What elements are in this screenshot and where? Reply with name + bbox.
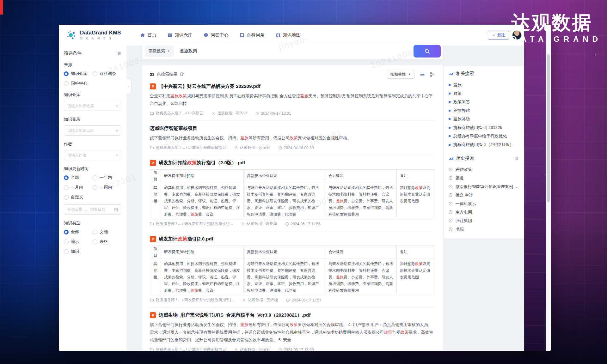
radio-type-slides[interactable]: 演示 — [64, 239, 93, 245]
result-meta: 财税机器人组 / ... / 迈威医疗智能审核项目 达观数据 · 苏振羽 202… — [150, 347, 435, 351]
graph-view-icon[interactable] — [430, 72, 435, 77]
chat-icon — [204, 33, 208, 38]
nav-item-label: 问答中心 — [211, 32, 228, 38]
search-button[interactable] — [414, 45, 441, 58]
history-search-item[interactable]: 张江集团 — [449, 216, 519, 225]
folder-icon — [150, 298, 154, 302]
radio-source-repo[interactable]: 知识仓库 — [64, 71, 93, 76]
related-search-item[interactable]: 差旅 — [449, 81, 519, 89]
clear-history-icon[interactable] — [515, 156, 519, 161]
history-search-item[interactable]: 微众 审计 — [449, 191, 519, 199]
nav-menu: 首页 知识仓库 问答中心 百科词条 知识地图 — [140, 32, 300, 38]
grid-cross: + — [545, 172, 548, 177]
radio-time-all[interactable]: 全部 — [64, 175, 93, 180]
pdf-file-icon: P — [150, 236, 156, 242]
sidebar-collapse-handle[interactable]: ‹ — [126, 79, 131, 94]
new-button[interactable]: ＋新建 — [488, 31, 509, 39]
radio-type-sheet[interactable]: 表格 — [93, 239, 121, 245]
radio-source-wiki[interactable]: 百科词条 — [93, 71, 121, 76]
related-search-item[interactable]: 政策问答 — [449, 98, 519, 106]
catalog-select[interactable]: 请输入知识目录 ∨ — [64, 125, 121, 136]
clear-filters-icon[interactable] — [117, 51, 121, 56]
result-title[interactable]: 迈威医疗智能审核项目 — [150, 125, 435, 131]
result-title[interactable]: P 研发加计政策指引|2.0.pdf — [150, 236, 435, 242]
sort-select[interactable]: 按相关性 ▼ — [387, 70, 414, 79]
bullet-icon — [449, 110, 451, 112]
radio-label: 演示 — [71, 239, 79, 245]
repo-placeholder: 请输入知识仓库 — [67, 103, 116, 109]
type-options: 全部 文档 演示 表格 知识 — [64, 229, 121, 254]
radio-type-knowledge[interactable]: 知识 — [64, 249, 93, 254]
radio-dot — [64, 185, 69, 190]
datagrand-logo-icon — [66, 30, 77, 40]
nav-item-label: 知识地图 — [283, 32, 300, 38]
result-author: 达观数据 · 王炘楠 — [242, 297, 278, 303]
nav-item-home[interactable]: 首页 — [140, 32, 156, 38]
app-logo[interactable]: DataGrand KMS 智 能 知 识 管 理 — [66, 30, 121, 40]
history-search-list: 差旅政策 渠道 微众银行智能审计知识管理案例_2023080... 微众 审计 … — [449, 165, 519, 234]
radio-time-week[interactable]: 一周内 — [93, 185, 121, 190]
radio-time-month[interactable]: 一月内 — [64, 185, 93, 190]
search-results-panel: 33 条搜索结果 按相关性 ▼ P 【中兴新云】财 — [142, 65, 443, 351]
window-scrollbar[interactable] — [546, 25, 551, 351]
export-report-icon[interactable] — [180, 72, 184, 76]
table-header-cell: 高新技术企业认定 — [244, 170, 325, 182]
date-range-input[interactable]: 开始日期 → 结束日期 — [64, 204, 121, 215]
radio-time-year[interactable]: 一年内 — [93, 175, 121, 180]
nav-item-knowledge-repo[interactable]: 知识仓库 — [168, 32, 192, 38]
radio-source-qa[interactable]: 问答中心 — [64, 81, 93, 86]
result-meta: 财税机器人组 / ... / 迈威医疗智能审核项目 达观数据 · 苏振羽 202… — [150, 145, 435, 150]
table-cell: 的其他费用，如技术图书资料费、资料翻译费、专家咨询费、高新科技研发保险费，研发成… — [161, 182, 244, 218]
radio-type-all[interactable]: 全部 — [64, 229, 93, 235]
scrollbar-thumb[interactable] — [547, 54, 550, 202]
radio-dot — [64, 71, 69, 76]
app-window: DataGrand KMS 智 能 知 识 管 理 首页 知识仓库 问答中心 百… — [59, 25, 551, 351]
time-options: 全部 一年内 一月内 一周内 自定义 — [64, 175, 121, 200]
history-search-item[interactable]: 一体机展示 — [449, 199, 519, 208]
result-time: 2024-06-17 13:09 — [278, 348, 314, 351]
radio-label: 表格 — [100, 239, 108, 245]
history-search-item[interactable]: 书籍 — [449, 225, 519, 234]
table-cell: 加计扣除政策及高新技术企业认定研发费用范围 — [397, 258, 435, 294]
pdf-file-icon: P — [150, 83, 156, 89]
related-search-item[interactable]: 携程商旅使用指引| 231225 — [449, 123, 519, 132]
repo-select[interactable]: 请输入知识仓库 ∨ — [64, 101, 121, 111]
related-search-item[interactable]: 总经办每季度中给予行政优化 — [449, 132, 519, 140]
nav-item-qa-center[interactable]: 问答中心 — [204, 32, 228, 38]
result-title[interactable]: P 研发加计扣除政策执行指引（2.0版）.pdf — [150, 160, 435, 166]
result-time: 2024-04-16 00:39 — [278, 146, 314, 150]
advanced-search-button[interactable]: 高级搜索 ▼ — [145, 46, 174, 57]
radio-label: 问答中心 — [71, 81, 87, 86]
result-time: 2024-06-17 11:56 — [285, 222, 321, 226]
history-search-header: 历史搜索 — [449, 155, 519, 161]
clock-icon — [278, 146, 282, 150]
author-select[interactable]: 请输入作者 ∨ — [64, 150, 121, 160]
related-search-item[interactable]: 携程商旅使用指引（24年2月版） — [449, 140, 519, 149]
nav-item-label: 百科词条 — [247, 32, 264, 38]
radio-dot — [64, 195, 69, 200]
radio-label: 一年内 — [100, 175, 112, 180]
related-search-item[interactable]: 差旅补助 — [449, 115, 519, 123]
result-title-text: 【中兴新云】财云在线产品解决方案 202209.pdf — [159, 83, 261, 89]
history-search-item[interactable]: 差旅政策 — [449, 165, 519, 174]
result-title[interactable]: P 【中兴新云】财云在线产品解决方案 202209.pdf — [150, 83, 435, 89]
clock-icon — [449, 193, 453, 197]
nav-item-label: 知识仓库 — [175, 32, 192, 38]
related-search-item[interactable]: 政策 — [449, 89, 519, 98]
related-search-item[interactable]: 差旅补贴 — [449, 106, 519, 115]
list-view-icon[interactable] — [420, 72, 425, 77]
result-title[interactable]: P 迈威生物_用户需求说明书URS_合规审核平台_Ver3.0（20230821… — [150, 312, 435, 318]
radio-dot — [64, 175, 69, 180]
nav-item-knowledge-map[interactable]: 知识地图 — [276, 32, 300, 38]
related-search-header: 相关搜索 — [449, 71, 519, 76]
history-search-item[interactable]: 微众银行智能审计知识管理案例_2023080... — [449, 182, 519, 191]
search-input[interactable] — [174, 49, 414, 54]
user-avatar[interactable] — [512, 30, 522, 40]
history-search-item[interactable]: 南方电网 — [449, 208, 519, 216]
radio-type-document[interactable]: 文档 — [93, 229, 121, 235]
nav-item-wiki[interactable]: 百科词条 — [240, 32, 264, 38]
source-options: 知识仓库 百科词条 问答中心 — [64, 71, 121, 86]
history-search-item[interactable]: 渠道 — [449, 174, 519, 182]
radio-time-custom[interactable]: 自定义 — [64, 194, 93, 200]
result-meta: 财税机器人组 / ... / 中兴新云 达观数据 · 谭昀中 2024-06-1… — [150, 111, 435, 116]
